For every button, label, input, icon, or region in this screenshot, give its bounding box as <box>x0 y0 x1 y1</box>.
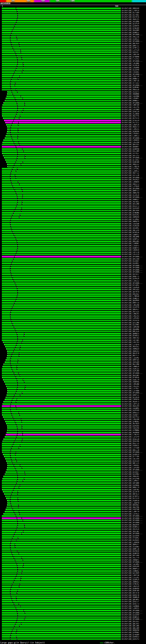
hit-label[interactable]: UniRef100_C3RHP0 <box>122 542 146 544</box>
hit-bar[interactable] <box>2 210 121 211</box>
hit-bar[interactable] <box>3 476 121 477</box>
hit-bar[interactable] <box>2 298 121 299</box>
hit-bar[interactable] <box>7 390 121 392</box>
hit-label[interactable]: UniRef100_A1B9C0 <box>122 500 146 502</box>
hit-bar[interactable] <box>3 364 121 365</box>
hit-label[interactable]: UniRef100_Q1ZVW5 <box>122 324 146 326</box>
hit-bar[interactable] <box>2 296 121 297</box>
hit-label[interactable]: UniRef100_B7GYH0 <box>122 478 146 480</box>
hit-bar[interactable] <box>2 555 121 556</box>
hit-bar[interactable] <box>2 69 121 70</box>
hit-bar[interactable] <box>2 274 121 275</box>
hit-bar[interactable] <box>2 515 121 517</box>
hit-bar[interactable] <box>2 443 121 444</box>
hit-label[interactable]: UniRef100_C3NY79 <box>122 511 146 513</box>
hit-bar[interactable] <box>5 496 121 497</box>
hit-label[interactable]: UniRef100_C4SZ98 <box>122 142 146 144</box>
hit-bar[interactable] <box>2 309 121 310</box>
hit-label[interactable]: UniRef100_B7VRY3 <box>122 496 146 497</box>
hit-bar[interactable] <box>7 432 121 433</box>
hit-label[interactable]: UniRef100_A15DC0 <box>122 65 146 66</box>
hit-bar[interactable] <box>2 54 121 55</box>
hit-label[interactable]: UniRef100_P07091 <box>122 201 146 203</box>
hit-bar[interactable] <box>2 30 121 31</box>
hit-bar[interactable] <box>2 324 121 326</box>
hit-label[interactable]: UniRef100_A9BJR5 <box>122 476 146 478</box>
hit-bar[interactable] <box>2 528 121 530</box>
hit-bar[interactable] <box>2 599 121 600</box>
hit-bar[interactable] <box>2 47 121 49</box>
hit-label[interactable]: UniRef100_B4T5K8 <box>122 555 146 556</box>
hit-label[interactable]: UniRef100_Q0T444 <box>122 210 146 212</box>
hit-label[interactable]: UniRef100_A4IHZ5 <box>122 179 146 181</box>
hit-bar[interactable] <box>2 221 121 222</box>
hit-bar[interactable] <box>2 568 121 570</box>
hit-bar[interactable] <box>2 206 121 207</box>
hit-label[interactable]: UniRef100_C1N4C3 <box>122 135 146 137</box>
hit-bar[interactable] <box>5 100 121 102</box>
hit-bar[interactable] <box>2 627 121 629</box>
hit-label[interactable]: UniRef100_A9CEQ3 <box>122 289 146 290</box>
hit-bar[interactable] <box>2 238 121 240</box>
hit-bar[interactable] <box>2 634 121 636</box>
hit-bar[interactable] <box>7 355 121 356</box>
hit-label[interactable]: UniRef100_C6CHM3 <box>122 564 146 566</box>
hit-label[interactable]: UniRef100_B4T478 <box>122 592 146 594</box>
hit-label[interactable]: UniRef100_B7JV42 <box>122 159 146 161</box>
hit-bar[interactable] <box>4 456 121 457</box>
hit-bar[interactable] <box>2 230 121 231</box>
hit-bar[interactable] <box>2 588 121 590</box>
hit-bar[interactable] <box>2 526 121 528</box>
hit-label[interactable]: UniRef100_Q88DA0 <box>122 630 146 631</box>
hit-label[interactable]: UniRef100_C0UC94 <box>122 54 146 56</box>
hit-bar[interactable] <box>2 550 121 552</box>
hit-bar[interactable] <box>2 302 121 304</box>
hit-label[interactable]: UniRef100_B1VIE9 <box>122 460 146 462</box>
hit-label[interactable]: UniRef100_A65KT5 <box>122 401 146 403</box>
hit-label[interactable]: UniRef100_Q9JZN0 <box>122 203 146 205</box>
hit-label[interactable]: UniRef100_B3R8S3 <box>122 636 146 638</box>
hit-bar[interactable] <box>2 247 121 249</box>
hit-label[interactable]: UniRef100_A1JN48 <box>122 113 146 115</box>
hit-bar[interactable] <box>2 618 121 620</box>
hit-bar[interactable] <box>2 219 121 220</box>
hit-bar[interactable] <box>2 148 121 150</box>
hit-bar[interactable] <box>7 394 121 396</box>
hit-bar[interactable] <box>2 106 121 108</box>
hit-bar[interactable] <box>5 458 121 460</box>
hit-bar[interactable] <box>2 366 121 367</box>
hit-bar[interactable] <box>7 430 121 431</box>
hit-label[interactable]: UniRef100_A6X3E2 <box>122 346 146 348</box>
hit-label[interactable]: UniRef100_B4AV70 <box>122 594 146 596</box>
hit-label[interactable]: UniRef100_C4SW47 <box>122 98 146 100</box>
hit-label[interactable]: UniRef100_Q2NSW2 <box>122 86 146 88</box>
hit-label[interactable]: UniRef100_C4K2H8 <box>122 304 146 306</box>
hit-label[interactable]: UniRef100_A6A2V9 <box>122 405 146 407</box>
hit-label[interactable]: UniRef100_A81LW2 <box>122 531 146 532</box>
hit-label[interactable]: UniRef100_C5Y3Q8 <box>122 447 146 449</box>
hit-label[interactable]: UniRef100_UPI000... <box>122 452 146 453</box>
hit-label[interactable]: UniRef100_UPI000... <box>122 137 146 139</box>
hit-bar[interactable] <box>2 74 121 75</box>
hit-label[interactable]: UniRef100_C0SF34 <box>122 76 146 78</box>
hit-bar[interactable] <box>6 135 121 136</box>
hit-bar[interactable] <box>2 287 121 288</box>
hit-bar[interactable] <box>2 172 121 174</box>
hit-bar[interactable] <box>2 317 121 319</box>
hit-label[interactable]: UniRef100_B5N709 <box>122 590 146 592</box>
hit-label[interactable]: UniRef100_B2U1R2 <box>122 214 146 216</box>
hit-label[interactable]: UniRef100_Q9R712 <box>122 45 146 47</box>
hit-label[interactable]: UniRef100_B0BPC3 <box>122 568 146 570</box>
hit-bar[interactable] <box>2 65 121 66</box>
hit-label[interactable]: UniRef100_B5NVR9 <box>122 588 146 590</box>
hit-label[interactable]: UniRef100_A7MNN6 <box>122 430 146 431</box>
hit-label[interactable]: UniRef100_C6SGQ0 <box>122 223 146 225</box>
hit-bar[interactable] <box>2 522 121 524</box>
hit-label[interactable]: UniRef100_Q30PC2 <box>122 238 146 240</box>
hit-bar[interactable] <box>2 152 121 154</box>
hit-bar[interactable] <box>2 300 121 301</box>
hit-label[interactable]: UniRef100_Q0CWA1 <box>122 599 146 600</box>
hit-label[interactable]: UniRef100_UPI000... <box>122 196 146 198</box>
hit-bar[interactable] <box>2 480 121 482</box>
hit-bar[interactable] <box>2 109 121 110</box>
